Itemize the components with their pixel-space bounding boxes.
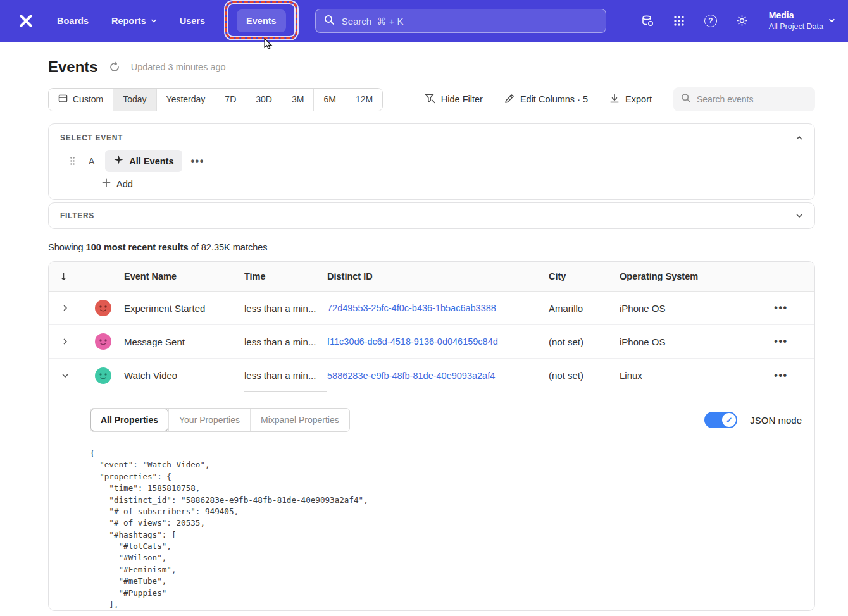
- pencil-icon: [504, 94, 514, 106]
- col-header-distinct-id[interactable]: Distinct ID: [327, 271, 549, 281]
- project-name: Media: [769, 9, 823, 22]
- cell-city: Amarillo: [549, 303, 620, 314]
- json-mode-label: JSON mode: [750, 415, 802, 426]
- toolbar-actions: Hide Filter Edit Columns · 5 Export: [425, 87, 815, 111]
- range-12m-button[interactable]: 12M: [346, 89, 382, 111]
- search-events-input[interactable]: [697, 94, 807, 104]
- mixpanel-logo-icon[interactable]: [16, 11, 35, 30]
- col-header-time[interactable]: Time: [244, 271, 327, 281]
- project-selector[interactable]: Media All Project Data: [769, 9, 835, 32]
- table-header-row: Event Name Time Distinct ID City Operati…: [49, 262, 814, 292]
- table-row: Message Sent less than a min... f11c30d6…: [49, 325, 814, 359]
- nav-item-users[interactable]: Users: [180, 16, 205, 26]
- apps-grid-icon[interactable]: [671, 13, 687, 28]
- results-prefix: Showing: [48, 242, 86, 252]
- event-json-viewer[interactable]: { "event": "Watch Video", "properties": …: [90, 448, 802, 610]
- nav-item-reports-label: Reports: [111, 16, 146, 26]
- select-event-title: SELECT EVENT: [60, 133, 123, 142]
- all-events-sparkle-icon: [114, 155, 123, 167]
- properties-tabs: All Properties Your Properties Mixpanel …: [90, 408, 350, 432]
- search-icon: [681, 93, 691, 106]
- row-more-menu[interactable]: •••: [774, 302, 787, 314]
- calendar-icon: [58, 94, 68, 105]
- cell-event-name: Watch Video: [124, 370, 244, 381]
- nav-item-events[interactable]: Events: [237, 9, 286, 32]
- nav-item-boards[interactable]: Boards: [57, 16, 89, 26]
- row-more-menu[interactable]: •••: [774, 370, 787, 381]
- filters-panel: FILTERS: [48, 202, 815, 229]
- filter-funnel-icon: [425, 93, 435, 106]
- question-mark-icon: ?: [704, 15, 717, 27]
- page-title: Events: [48, 58, 98, 76]
- top-navbar: Boards Reports Users Events: [0, 0, 848, 42]
- expand-row-chevron-right-icon[interactable]: [59, 335, 72, 348]
- cell-event-name: Message Sent: [124, 336, 244, 347]
- chevron-down-icon: [151, 16, 157, 26]
- hide-filter-button[interactable]: Hide Filter: [425, 93, 483, 106]
- selected-event-name: All Events: [129, 156, 173, 166]
- navbar-right: ? Media All Project Data: [640, 9, 835, 32]
- events-table: Event Name Time Distinct ID City Operati…: [48, 261, 815, 611]
- range-6m-button[interactable]: 6M: [313, 89, 345, 111]
- range-3m-button[interactable]: 3M: [282, 89, 313, 111]
- tab-mixpanel-properties[interactable]: Mixpanel Properties: [250, 409, 349, 431]
- col-header-os[interactable]: Operating System: [620, 271, 747, 281]
- toolbar: Custom Today Yesterday 7D 30D 3M 6M 12M …: [48, 87, 815, 111]
- event-more-menu[interactable]: •••: [190, 156, 204, 167]
- tab-your-properties[interactable]: Your Properties: [168, 409, 250, 431]
- expand-row-chevron-right-icon[interactable]: [59, 302, 72, 314]
- global-search[interactable]: [315, 9, 606, 33]
- page-header: Events Updated 3 minutes ago: [48, 58, 815, 76]
- settings-gear-icon[interactable]: [735, 13, 750, 28]
- data-management-icon[interactable]: [640, 13, 655, 28]
- search-events-box[interactable]: [673, 87, 815, 111]
- search-icon: [324, 15, 335, 28]
- range-7d-button[interactable]: 7D: [215, 89, 246, 111]
- refresh-icon[interactable]: [109, 61, 120, 73]
- results-summary: Showing 100 most recent results of 82.35…: [48, 242, 815, 252]
- plus-icon: [102, 178, 111, 189]
- mouse-cursor-icon: [263, 38, 273, 52]
- export-label: Export: [625, 94, 652, 104]
- cell-os: iPhone OS: [620, 336, 747, 347]
- help-icon[interactable]: ?: [703, 13, 718, 28]
- range-custom-button[interactable]: Custom: [49, 89, 113, 111]
- filters-title: FILTERS: [60, 211, 94, 220]
- date-range-segmented: Custom Today Yesterday 7D 30D 3M 6M 12M: [48, 88, 383, 111]
- sort-time-icon[interactable]: [49, 272, 82, 281]
- cell-distinct-id-link[interactable]: 72d49553-25fc-4f0c-b436-1b5ac6ab3388: [327, 303, 549, 313]
- nav-item-events-wrapper: Events: [237, 15, 286, 27]
- json-mode-toggle[interactable]: ✓: [704, 412, 737, 428]
- main-nav: Boards Reports Users Events: [57, 15, 286, 27]
- drag-handle-icon[interactable]: [70, 156, 75, 166]
- collapse-chevron-up-icon[interactable]: [795, 134, 803, 142]
- event-selector-pill[interactable]: All Events: [105, 150, 182, 172]
- cell-event-name: Experiment Started: [124, 303, 244, 314]
- add-event-button[interactable]: Add: [102, 178, 133, 189]
- edit-columns-button[interactable]: Edit Columns · 5: [504, 94, 588, 106]
- col-header-city[interactable]: City: [549, 271, 620, 281]
- edit-columns-label: Edit Columns · 5: [520, 94, 588, 104]
- range-custom-label: Custom: [73, 94, 103, 104]
- event-row-letter: A: [89, 156, 94, 166]
- cell-distinct-id-link[interactable]: 5886283e-e9fb-48fb-81de-40e9093a2af4: [327, 371, 549, 381]
- updated-timestamp: Updated 3 minutes ago: [131, 62, 226, 72]
- range-yesterday-button[interactable]: Yesterday: [156, 89, 215, 111]
- tab-all-properties[interactable]: All Properties: [90, 409, 168, 431]
- export-button[interactable]: Export: [609, 94, 652, 106]
- collapse-row-chevron-down-icon[interactable]: [59, 369, 72, 382]
- toggle-knob-check-icon: ✓: [722, 413, 736, 427]
- row-more-menu[interactable]: •••: [774, 336, 787, 347]
- range-30d-button[interactable]: 30D: [246, 89, 282, 111]
- global-search-input[interactable]: [342, 16, 597, 27]
- range-today-button[interactable]: Today: [113, 89, 156, 111]
- expand-chevron-down-icon[interactable]: [795, 212, 803, 219]
- table-row: Experiment Started less than a min... 72…: [49, 292, 814, 325]
- select-event-panel: SELECT EVENT A All Events ••• Add: [48, 123, 815, 200]
- cell-os: iPhone OS: [620, 303, 747, 314]
- col-header-event-name[interactable]: Event Name: [124, 271, 244, 281]
- chevron-down-icon: [828, 15, 835, 27]
- nav-item-reports[interactable]: Reports: [111, 16, 157, 26]
- results-count: 100 most recent results: [86, 242, 189, 252]
- cell-distinct-id-link[interactable]: f11c30d6-dc6d-4518-9136-0d046159c84d: [327, 336, 549, 347]
